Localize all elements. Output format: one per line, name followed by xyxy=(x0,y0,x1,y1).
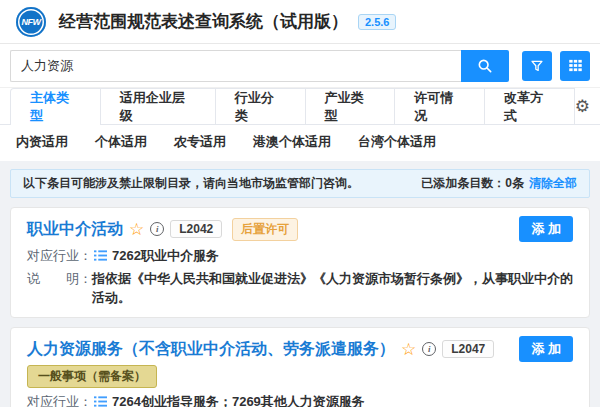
search-input[interactable] xyxy=(10,50,461,82)
favorite-star-icon[interactable]: ☆ xyxy=(401,341,416,358)
result-card: 职业中介活动 ☆ i L2042 后置许可 添 加 对应行业： 7262职业中介… xyxy=(10,207,590,318)
add-button[interactable]: 添 加 xyxy=(519,336,573,362)
search-button[interactable] xyxy=(461,50,509,82)
app-header: NFW 经营范围规范表述查询系统（试用版） 2.5.6 xyxy=(0,0,600,44)
industry-row: 对应行业： 7264创业指导服务；7269其他人力资源服务 xyxy=(27,392,573,407)
code-badge: L2047 xyxy=(442,340,494,358)
added-count-label: 已添加条目数： xyxy=(421,175,505,192)
clear-all-link[interactable]: 清除全部 xyxy=(529,175,577,192)
result-card: 人力资源服务（不含职业中介活动、劳务派遣服务） ☆ i L2047 添 加 一般… xyxy=(10,327,590,407)
tab-industrial-type[interactable]: 产业类型 xyxy=(306,88,396,124)
list-icon xyxy=(94,395,107,407)
info-icon[interactable]: i xyxy=(150,222,164,236)
app-logo-icon: NFW xyxy=(16,7,46,37)
grid-view-button[interactable] xyxy=(560,51,590,81)
tab-license-status[interactable]: 许可情况 xyxy=(395,88,485,124)
subtab-hkmo-individual[interactable]: 港澳个体适用 xyxy=(253,133,331,151)
result-title-row: 职业中介活动 ☆ i L2042 后置许可 添 加 xyxy=(27,216,573,242)
industry-value: 7262职业中介服务 xyxy=(112,246,219,265)
filter-icon xyxy=(530,59,544,73)
tab-subject-type[interactable]: 主体类型 xyxy=(10,88,101,124)
add-button[interactable]: 添 加 xyxy=(519,216,573,242)
added-count-area: 已添加条目数： 0条 清除全部 xyxy=(421,175,577,192)
tab-industry-category[interactable]: 行业分类 xyxy=(216,88,306,124)
general-item-tag: 一般事项（需备案） xyxy=(27,365,157,388)
list-icon xyxy=(94,249,107,262)
result-title[interactable]: 人力资源服务（不含职业中介活动、劳务派遣服务） xyxy=(27,337,395,361)
industry-label: 对应行业： xyxy=(27,392,92,407)
search-bar xyxy=(0,44,600,88)
tab-reform-mode[interactable]: 改革方式 xyxy=(485,88,575,124)
description-row: 说 明： 指依据《中华人民共和国就业促进法》《人力资源市场暂行条例》，从事职业中… xyxy=(27,269,573,307)
settings-gear-icon[interactable]: ⚙ xyxy=(575,98,590,115)
description-label: 说 明： xyxy=(27,269,92,288)
subtab-taiwan-individual[interactable]: 台湾个体适用 xyxy=(358,133,436,151)
grid-icon xyxy=(568,58,583,73)
subtab-domestic[interactable]: 内资适用 xyxy=(16,133,68,151)
industry-value: 7264创业指导服务；7269其他人力资源服务 xyxy=(112,392,365,407)
description-value: 指依据《中华人民共和国就业促进法》《人力资源市场暂行条例》，从事职业中介的活动。 xyxy=(92,269,573,307)
subtab-farmers-coop[interactable]: 农专适用 xyxy=(174,133,226,151)
post-license-tag: 后置许可 xyxy=(232,218,298,241)
notice-text: 以下条目可能涉及禁止限制目录，请向当地市场监管部门咨询。 xyxy=(23,175,359,192)
result-title[interactable]: 职业中介活动 xyxy=(27,217,123,241)
version-badge: 2.5.6 xyxy=(358,14,396,30)
info-icon[interactable]: i xyxy=(422,342,436,356)
search-group xyxy=(10,50,509,82)
filter-button[interactable] xyxy=(522,51,552,81)
subtab-bar: 内资适用 个体适用 农专适用 港澳个体适用 台湾个体适用 xyxy=(0,125,600,161)
notice-bar: 以下条目可能涉及禁止限制目录，请向当地市场监管部门咨询。 已添加条目数： 0条 … xyxy=(10,169,590,198)
industry-row: 对应行业： 7262职业中介服务 xyxy=(27,246,573,265)
general-tag-row: 一般事项（需备案） xyxy=(27,362,573,388)
favorite-star-icon[interactable]: ☆ xyxy=(129,221,144,238)
code-badge: L2042 xyxy=(170,220,222,238)
subtab-individual[interactable]: 个体适用 xyxy=(95,133,147,151)
tab-enterprise-level[interactable]: 适用企业层级 xyxy=(101,88,216,124)
result-title-row: 人力资源服务（不含职业中介活动、劳务派遣服务） ☆ i L2047 添 加 xyxy=(27,336,573,362)
logo-text: NFW xyxy=(22,17,41,27)
search-icon xyxy=(477,58,493,74)
tab-bar: 主体类型 适用企业层级 行业分类 产业类型 许可情况 改革方式 ⚙ xyxy=(0,88,600,125)
added-count-value: 0条 xyxy=(505,175,524,192)
industry-label: 对应行业： xyxy=(27,246,92,265)
app-title: 经营范围规范表述查询系统（试用版） xyxy=(59,10,348,33)
